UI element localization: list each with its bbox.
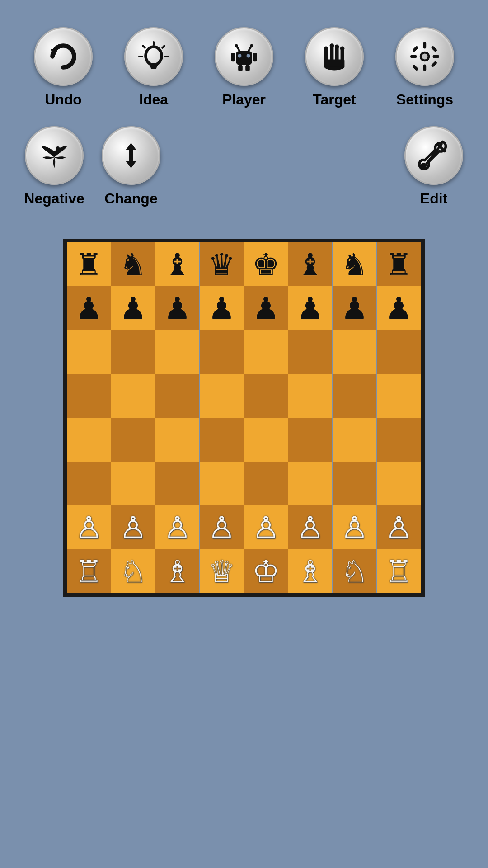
idea-button[interactable]: Idea: [117, 27, 190, 108]
cell-3-3[interactable]: [200, 374, 244, 418]
cell-6-7[interactable]: ♙: [377, 505, 421, 549]
target-label: Target: [313, 91, 356, 108]
cell-3-0[interactable]: [67, 374, 111, 418]
undo-button[interactable]: Undo: [27, 27, 99, 108]
chess-board[interactable]: ♜♞♝♛♚♝♞♜♟♟♟♟♟♟♟♟♙♙♙♙♙♙♙♙♖♘♗♕♔♗♘♖: [63, 239, 425, 597]
cell-1-5[interactable]: ♟: [288, 286, 332, 330]
cell-7-4[interactable]: ♔: [244, 549, 288, 593]
svg-rect-17: [231, 53, 235, 61]
cell-3-5[interactable]: [288, 374, 332, 418]
negative-button[interactable]: Negative: [18, 126, 90, 207]
cell-5-3[interactable]: [200, 462, 244, 505]
cell-1-4[interactable]: ♟: [244, 286, 288, 330]
piece-bp-1-0: ♟: [75, 293, 103, 324]
cell-2-6[interactable]: [333, 330, 376, 374]
cell-4-5[interactable]: [288, 418, 332, 462]
cell-6-6[interactable]: ♙: [333, 505, 376, 549]
negative-label: Negative: [24, 190, 84, 207]
cell-4-1[interactable]: [111, 418, 155, 462]
cell-6-2[interactable]: ♙: [155, 505, 199, 549]
svg-point-41: [56, 146, 60, 150]
cell-4-7[interactable]: [377, 418, 421, 462]
cell-6-0[interactable]: ♙: [67, 505, 111, 549]
cell-2-3[interactable]: [200, 330, 244, 374]
cell-4-6[interactable]: [333, 418, 376, 462]
cell-7-1[interactable]: ♘: [111, 549, 155, 593]
cell-2-7[interactable]: [377, 330, 421, 374]
cell-5-2[interactable]: [155, 462, 199, 505]
cell-5-0[interactable]: [67, 462, 111, 505]
cell-3-4[interactable]: [244, 374, 288, 418]
player-label: Player: [222, 91, 266, 108]
cell-4-3[interactable]: [200, 418, 244, 462]
piece-bp-1-1: ♟: [119, 293, 147, 324]
cell-5-5[interactable]: [288, 462, 332, 505]
svg-rect-40: [431, 61, 437, 67]
cell-2-2[interactable]: [155, 330, 199, 374]
cell-6-4[interactable]: ♙: [244, 505, 288, 549]
target-button[interactable]: Target: [298, 27, 371, 108]
undo-label: Undo: [45, 91, 82, 108]
cell-5-4[interactable]: [244, 462, 288, 505]
svg-rect-20: [245, 65, 250, 71]
svg-rect-4: [151, 67, 157, 69]
cell-5-1[interactable]: [111, 462, 155, 505]
svg-rect-23: [324, 49, 328, 60]
svg-rect-19: [238, 65, 243, 71]
cell-0-1[interactable]: ♞: [111, 242, 155, 286]
cell-1-2[interactable]: ♟: [155, 286, 199, 330]
cell-5-7[interactable]: [377, 462, 421, 505]
piece-wp-6-1: ♙: [119, 512, 147, 543]
cell-5-6[interactable]: [333, 462, 376, 505]
svg-rect-39: [412, 64, 419, 71]
cell-1-1[interactable]: ♟: [111, 286, 155, 330]
cell-6-5[interactable]: ♙: [288, 505, 332, 549]
cell-0-0[interactable]: ♜: [67, 242, 111, 286]
piece-wq-7-3: ♕: [208, 556, 235, 587]
cell-3-6[interactable]: [333, 374, 376, 418]
cell-6-3[interactable]: ♙: [200, 505, 244, 549]
cell-0-3[interactable]: ♛: [200, 242, 244, 286]
change-label: Change: [104, 190, 157, 207]
cell-1-3[interactable]: ♟: [200, 286, 244, 330]
cell-7-0[interactable]: ♖: [67, 549, 111, 593]
piece-br-0-0: ♜: [75, 249, 103, 280]
cell-0-2[interactable]: ♝: [155, 242, 199, 286]
cell-2-5[interactable]: [288, 330, 332, 374]
cell-3-7[interactable]: [377, 374, 421, 418]
cell-0-5[interactable]: ♝: [288, 242, 332, 286]
cell-7-7[interactable]: ♖: [377, 549, 421, 593]
svg-point-28: [330, 43, 334, 48]
piece-wp-6-6: ♙: [341, 512, 368, 543]
cell-1-6[interactable]: ♟: [333, 286, 376, 330]
change-button[interactable]: Change: [95, 126, 167, 207]
cell-4-2[interactable]: [155, 418, 199, 462]
cell-0-4[interactable]: ♚: [244, 242, 288, 286]
cell-2-1[interactable]: [111, 330, 155, 374]
svg-point-32: [422, 54, 428, 60]
piece-bp-1-6: ♟: [341, 293, 368, 324]
cell-4-4[interactable]: [244, 418, 288, 462]
cell-7-5[interactable]: ♗: [288, 549, 332, 593]
edit-button[interactable]: Edit: [398, 126, 470, 207]
settings-button[interactable]: Settings: [389, 27, 461, 108]
cell-7-2[interactable]: ♗: [155, 549, 199, 593]
cell-4-0[interactable]: [67, 418, 111, 462]
cell-6-1[interactable]: ♙: [111, 505, 155, 549]
cell-0-7[interactable]: ♜: [377, 242, 421, 286]
cell-2-0[interactable]: [67, 330, 111, 374]
cell-7-3[interactable]: ♕: [200, 549, 244, 593]
piece-bp-1-4: ♟: [252, 293, 280, 324]
piece-bb-0-5: ♝: [296, 249, 324, 280]
piece-wp-6-4: ♙: [252, 512, 280, 543]
cell-3-2[interactable]: [155, 374, 199, 418]
svg-line-15: [249, 47, 251, 51]
cell-7-6[interactable]: ♘: [333, 549, 376, 593]
cell-1-0[interactable]: ♟: [67, 286, 111, 330]
cell-2-4[interactable]: [244, 330, 288, 374]
piece-wr-7-0: ♖: [75, 556, 103, 587]
cell-1-7[interactable]: ♟: [377, 286, 421, 330]
cell-3-1[interactable]: [111, 374, 155, 418]
cell-0-6[interactable]: ♞: [333, 242, 376, 286]
player-button[interactable]: Player: [208, 27, 280, 108]
